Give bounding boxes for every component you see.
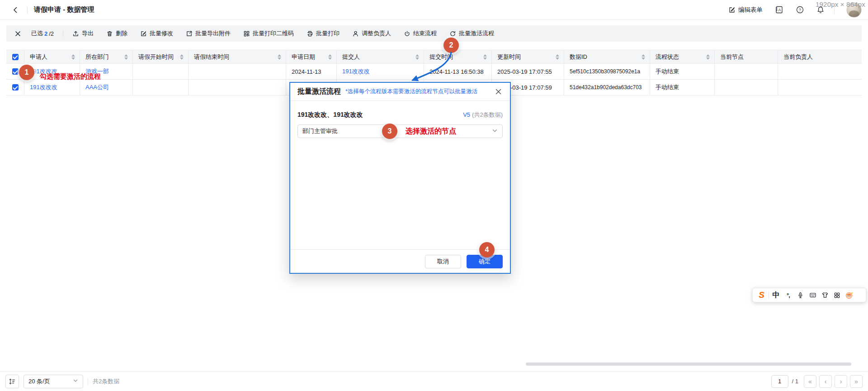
col-header-update-time[interactable]: 更新时间 (492, 50, 564, 63)
department-link[interactable]: AAA公司 (85, 83, 109, 91)
toolbar-batch-edit-button[interactable]: 批量修改 (140, 29, 173, 38)
activate-icon (449, 30, 456, 37)
edit-square-icon (140, 30, 147, 37)
toolbar-batch-print-button[interactable]: 批量打印 (307, 29, 340, 38)
col-header-process-status[interactable]: 流程状态 (650, 50, 715, 63)
toolbar-batch-activate-button[interactable]: 批量激活流程 (449, 29, 494, 38)
sort-list-icon (9, 378, 16, 385)
svg-text:A: A (778, 8, 781, 12)
sort-icon[interactable] (706, 54, 710, 60)
toolbar-delete-button[interactable]: 删除 (106, 29, 127, 38)
node-select[interactable]: 部门主管审批 (297, 124, 503, 138)
clear-selection-button[interactable] (14, 30, 21, 37)
next-page-button[interactable]: › (835, 375, 847, 388)
glossary-icon[interactable]: A (774, 5, 783, 14)
col-header-submitter[interactable]: 提交人 (337, 50, 424, 63)
edit-form-label: 编辑表单 (738, 6, 763, 14)
page-title: 请假申请 - 数据管理 (34, 5, 94, 14)
skin-tshirt-icon[interactable] (819, 289, 831, 301)
last-page-button[interactable]: » (850, 375, 863, 388)
ai-assistant-icon[interactable] (843, 289, 855, 301)
toolbox-grid-icon[interactable] (831, 289, 843, 301)
col-header-leave-end[interactable]: 请假结束时间 (189, 50, 286, 63)
sort-icon[interactable] (124, 54, 128, 60)
sort-icon[interactable] (180, 54, 184, 60)
microphone-icon[interactable] (794, 289, 807, 301)
ime-language-mode[interactable]: 中 (770, 289, 782, 301)
cell-leave-end (189, 64, 286, 79)
cell-current-node (715, 64, 778, 79)
col-header-data-id[interactable]: 数据ID (564, 50, 650, 63)
divider (63, 30, 63, 37)
sort-icon[interactable] (71, 54, 75, 60)
cell-apply-date: 2024-11-13 (286, 64, 337, 79)
col-header-submit-time[interactable]: 提交时间 (424, 50, 492, 63)
back-button[interactable] (10, 5, 21, 15)
close-icon (14, 30, 21, 37)
chevron-down-icon (73, 378, 78, 385)
sort-icon[interactable] (328, 54, 332, 60)
ime-punctuation-icon[interactable]: °, (782, 289, 794, 301)
chevron-left-icon (12, 6, 19, 14)
row-checkbox[interactable] (12, 68, 19, 75)
printer-icon (307, 30, 313, 37)
sort-icon[interactable] (483, 54, 487, 60)
sort-icon[interactable] (642, 54, 645, 60)
toolbar-export-button[interactable]: 导出 (72, 29, 94, 38)
toolbar-change-owner-button[interactable]: 调整负责人 (352, 29, 391, 38)
first-page-button[interactable]: « (804, 375, 816, 388)
cell-current-owner (778, 64, 862, 79)
step-badge-2: 2 (443, 38, 459, 53)
table-row-1[interactable]: 191改改改 游戏一部 2024-11-13 191改改改 2024-11-13… (6, 64, 862, 80)
annotation-step1: 勾选需要激活的流程 (40, 72, 101, 81)
prev-page-button[interactable]: ‹ (819, 375, 832, 388)
applicant-link[interactable]: 191改改改 (30, 83, 57, 91)
row-checkbox[interactable] (12, 84, 19, 91)
page-size-select[interactable]: 20 条/页 (24, 375, 83, 388)
flow-group-row: 191改改改、191改改改 V5(共2条数据) (297, 111, 503, 119)
table-header-row: 申请人 所在部门 请假开始时间 请假结束时间 申请日期 提交人 提交时间 更新时… (6, 50, 862, 64)
soft-keyboard-icon[interactable] (807, 289, 819, 301)
close-icon[interactable] (494, 87, 503, 96)
sort-icon[interactable] (278, 54, 281, 60)
col-header-applicant[interactable]: 申请人 (24, 50, 80, 63)
node-select-value: 部门主管审批 (302, 127, 338, 135)
toolbar-batch-print-qrcode-button[interactable]: 批量打印二维码 (243, 29, 294, 38)
select-all-checkbox[interactable] (12, 54, 19, 60)
col-header-leave-start[interactable]: 请假开始时间 (133, 50, 189, 63)
cell-current-node (715, 80, 778, 95)
sort-icon[interactable] (556, 54, 559, 60)
cell-current-owner (778, 80, 862, 95)
qr-code-icon (243, 30, 250, 37)
col-header-department[interactable]: 所在部门 (80, 50, 133, 63)
export-icon (72, 30, 79, 37)
cell-submit-time: 2024-11-13 16:50:38 (424, 64, 492, 79)
horizontal-scrollbar-thumb[interactable] (526, 362, 851, 366)
edit-form-button[interactable]: 编辑表单 (728, 6, 763, 14)
header-checkbox-cell (6, 50, 24, 63)
page-total-label: / 1 (792, 378, 798, 385)
annotation-step3: 选择激活的节点 (406, 127, 456, 136)
col-header-apply-date[interactable]: 申请日期 (286, 50, 337, 63)
row-order-button[interactable] (5, 375, 19, 388)
power-icon (404, 30, 410, 37)
cell-data-id: 5ef510c1350b309875092e1a (564, 64, 650, 79)
person-icon (352, 30, 359, 37)
ime-logo-icon[interactable]: S (755, 289, 768, 301)
modal-header: 批量激活流程 *选择每个流程版本需要激活的流程节点可以批量激活 (290, 83, 510, 101)
cell-data-id: 51de432a1b902deda63dc703 (564, 80, 650, 95)
chevron-down-icon (492, 128, 498, 135)
sort-icon[interactable] (415, 54, 419, 60)
edit-pencil-icon (728, 6, 736, 14)
screen: 请假申请 - 数据管理 编辑表单 A ? 868px × 391px (0, 0, 868, 391)
page-number-input[interactable] (771, 375, 788, 388)
cancel-button[interactable]: 取消 (425, 255, 461, 268)
toolbar-batch-export-attachments-button[interactable]: 批量导出附件 (186, 29, 231, 38)
flow-version-label: V5(共2条数据) (463, 111, 503, 119)
divider (27, 6, 28, 14)
help-icon[interactable]: ? (795, 5, 804, 14)
divider (769, 291, 769, 299)
submitter-link[interactable]: 191改改改 (342, 67, 370, 76)
cell-update-time: 2025-03-19 17:07:55 (492, 64, 564, 79)
toolbar-end-process-button[interactable]: 结束流程 (404, 29, 437, 38)
